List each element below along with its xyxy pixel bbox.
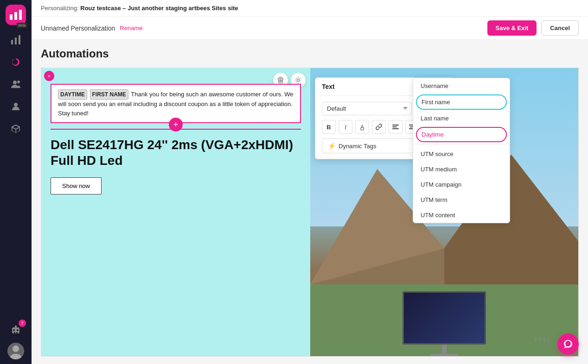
- user-icon: [11, 102, 20, 111]
- dropdown-item-lastname[interactable]: Last name: [413, 111, 510, 126]
- page-title-bar: Automations: [32, 40, 588, 60]
- bot-button[interactable]: 7: [6, 320, 25, 339]
- text-panel: Text × Default A- A+ B I A: [315, 77, 454, 159]
- dropdown-item-utm-content[interactable]: UTM content: [413, 207, 510, 223]
- svg-rect-3: [11, 40, 13, 44]
- font-select[interactable]: Default: [322, 102, 412, 115]
- personalizing-prefix: Personalizing:: [41, 5, 79, 12]
- svg-rect-25: [392, 128, 399, 129]
- tag-firstname: FIRST NAME: [90, 89, 128, 100]
- sidebar-item-analytics[interactable]: [6, 31, 25, 49]
- svg-rect-5: [19, 35, 20, 44]
- users-icon: [11, 80, 20, 89]
- sidebar-item-automations[interactable]: [6, 53, 25, 71]
- monitor-stand: [442, 345, 447, 354]
- dell-logo: DELL: [534, 336, 551, 342]
- align-left-icon: [392, 125, 399, 129]
- preview-right: DELL Text × Default A- A+: [310, 68, 578, 356]
- app-logo[interactable]: beta: [6, 5, 26, 25]
- dropdown-item-username[interactable]: Username: [413, 78, 510, 94]
- monitor-screen: [403, 291, 486, 345]
- svg-point-8: [14, 103, 18, 107]
- user-avatar[interactable]: [7, 343, 24, 359]
- add-element-button[interactable]: +: [169, 118, 183, 132]
- svg-rect-2: [19, 10, 22, 20]
- dropdown-item-firstname[interactable]: First name: [416, 94, 507, 110]
- delete-icon: [277, 77, 284, 83]
- monitor: [398, 291, 491, 356]
- svg-point-17: [13, 345, 19, 352]
- beta-badge: beta: [17, 23, 27, 28]
- dropdown-item-utm-campaign[interactable]: UTM campaign: [413, 177, 510, 192]
- preview-left: × DAYTIME FIRST NAME Thank you for being…: [41, 68, 310, 356]
- bot-badge: 7: [19, 320, 26, 327]
- svg-rect-15: [16, 332, 18, 333]
- underline-button[interactable]: A: [355, 120, 369, 134]
- svg-rect-23: [392, 125, 399, 126]
- bold-button[interactable]: B: [322, 120, 336, 134]
- dropdown-item-utm-source[interactable]: UTM source: [413, 146, 510, 162]
- product-section: Dell SE2417HG 24'' 2ms (VGA+2xHDMI) Full…: [51, 137, 301, 195]
- page-title: Automations: [41, 47, 579, 60]
- main-content: Personalizing: Rouz testcase – Just anot…: [32, 0, 588, 364]
- sidebar: beta: [0, 0, 32, 364]
- svg-point-19: [297, 79, 300, 82]
- sidebar-item-contacts[interactable]: [6, 75, 25, 94]
- refresh-icon: [11, 57, 20, 67]
- site-name: Rouz testcase – Just another staging art…: [80, 5, 238, 12]
- text-block-wrapper: DAYTIME FIRST NAME Thank you for being s…: [51, 84, 301, 123]
- bar-chart-icon: [11, 35, 20, 44]
- top-bar: Personalizing: Rouz testcase – Just anot…: [32, 0, 588, 17]
- svg-rect-14: [14, 332, 15, 333]
- rename-button[interactable]: Rename: [120, 25, 142, 31]
- bolt-icon: ⚡: [328, 142, 336, 150]
- sidebar-item-profile[interactable]: [6, 97, 25, 116]
- align-left-button[interactable]: [389, 120, 403, 134]
- svg-rect-0: [10, 14, 13, 20]
- personalization-header: Unnamed Personalization Rename Save & Ex…: [32, 17, 588, 40]
- save-exit-button[interactable]: Save & Exit: [487, 20, 537, 36]
- svg-point-6: [13, 81, 17, 84]
- cancel-button[interactable]: Cancel: [541, 20, 579, 36]
- link-icon: [376, 124, 382, 130]
- italic-button[interactable]: I: [339, 120, 352, 134]
- dynamic-tags-label: Dynamic Tags: [339, 143, 376, 150]
- svg-point-7: [17, 81, 20, 83]
- svg-point-11: [17, 329, 19, 331]
- tag-daytime: DAYTIME: [58, 89, 87, 100]
- canvas-area: × DAYTIME FIRST NAME Thank you for being…: [41, 68, 579, 357]
- dropdown-item-utm-term[interactable]: UTM term: [413, 192, 510, 207]
- gear-icon: [295, 77, 301, 83]
- logo-icon: [10, 10, 22, 20]
- avatar-image: [7, 343, 24, 359]
- close-x-button[interactable]: ×: [44, 71, 54, 81]
- monitor-base: [430, 354, 458, 356]
- svg-rect-4: [15, 38, 17, 44]
- svg-point-10: [13, 329, 15, 331]
- svg-rect-1: [14, 12, 17, 20]
- product-title: Dell SE2417HG 24'' 2ms (VGA+2xHDMI) Full…: [51, 137, 301, 168]
- text-panel-title: Text: [322, 83, 335, 90]
- dropdown-divider: [413, 144, 510, 144]
- sidebar-item-integrations[interactable]: [6, 119, 25, 138]
- dropdown-item-utm-medium[interactable]: UTM medium: [413, 162, 510, 177]
- chat-icon: [563, 339, 573, 349]
- dropdown-item-daytime[interactable]: Daytime: [416, 127, 507, 142]
- svg-rect-24: [392, 126, 397, 127]
- sidebar-bottom: 7: [6, 320, 25, 359]
- link-button[interactable]: [372, 120, 386, 134]
- dropdown-list: Username First name Last name Daytime UT…: [413, 78, 510, 223]
- chat-button[interactable]: [557, 333, 579, 355]
- personalization-name: Unnamed Personalization: [41, 25, 115, 32]
- show-now-button[interactable]: Show now: [51, 177, 102, 195]
- box-icon: [11, 124, 20, 133]
